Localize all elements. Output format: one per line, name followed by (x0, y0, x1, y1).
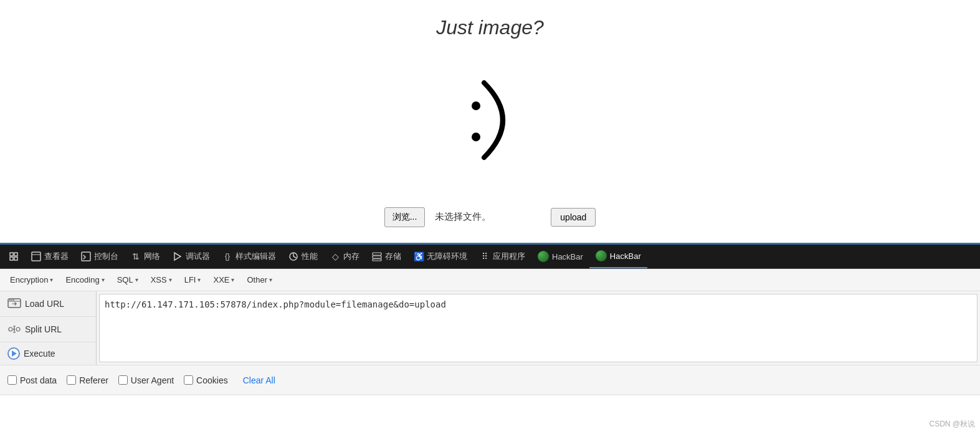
xxe-arrow: ▾ (231, 276, 234, 283)
file-upload-row: 浏览... 未选择文件。 upload (384, 207, 596, 227)
referer-label: Referer (79, 375, 108, 385)
execute-icon (7, 347, 20, 360)
encoding-menu[interactable]: Encoding ▾ (60, 273, 109, 286)
svg-point-18 (13, 299, 14, 301)
url-input[interactable] (100, 294, 977, 362)
devtools-application[interactable]: ⠿ 应用程序 (473, 245, 531, 268)
hackbar1-icon (538, 251, 549, 262)
svg-line-10 (293, 256, 296, 258)
style-editor-label: 样式编辑器 (235, 251, 276, 262)
devtools-inspector-icon[interactable] (2, 245, 25, 268)
devtools-memory[interactable]: ◇ 内存 (324, 245, 366, 268)
hackbar-bottom-row: Post data Referer User Agent Cookies Cle… (0, 365, 980, 395)
main-content: Just image? 浏览... 未选择文件。 upload (0, 0, 980, 243)
sql-arrow: ▾ (135, 276, 138, 283)
inspector-icon (9, 251, 19, 261)
svg-rect-0 (10, 253, 13, 256)
encryption-arrow: ▾ (50, 276, 53, 283)
devtools-performance[interactable]: 性能 (282, 245, 324, 268)
user-agent-label: User Agent (131, 375, 174, 385)
hackbar-url-row: Load URL Split URL Execute (0, 291, 980, 365)
watermark: CSDN @秋说 (929, 419, 975, 430)
network-label: 网络 (144, 251, 160, 262)
other-arrow: ▾ (269, 276, 272, 283)
load-url-icon (7, 298, 21, 310)
devtools-network[interactable]: ⇅ 网络 (125, 245, 166, 268)
hackbar1-label: HackBar (552, 252, 583, 261)
cookies-checkbox-label[interactable]: Cookies (184, 375, 228, 385)
svg-rect-12 (373, 256, 381, 258)
devtools-accessibility[interactable]: ♿ 无障碍环境 (407, 245, 473, 268)
lfi-menu[interactable]: LFI ▾ (179, 273, 206, 286)
svg-point-16 (9, 299, 11, 301)
split-url-button[interactable]: Split URL (0, 317, 96, 342)
split-url-icon (7, 323, 21, 336)
debugger-label: 调试器 (186, 251, 210, 262)
svg-rect-2 (10, 257, 13, 260)
encoding-arrow: ▾ (102, 276, 105, 283)
other-menu[interactable]: Other ▾ (242, 273, 277, 286)
svg-rect-11 (373, 253, 381, 255)
accessibility-label: 无障碍环境 (427, 251, 467, 262)
xss-arrow: ▾ (169, 276, 172, 283)
devtools-storage[interactable]: 存储 (366, 245, 407, 268)
clear-all-button[interactable]: Clear All (243, 375, 275, 385)
cookies-label: Cookies (196, 375, 228, 385)
url-input-container (99, 294, 978, 362)
execute-label: Execute (24, 349, 55, 359)
svg-rect-3 (14, 257, 17, 260)
svg-rect-6 (82, 252, 90, 261)
application-label: 应用程序 (493, 251, 525, 262)
svg-rect-13 (373, 259, 381, 261)
svg-point-19 (9, 327, 12, 331)
lfi-arrow: ▾ (197, 276, 201, 283)
hackbar2-icon (596, 250, 607, 261)
load-url-label: Load URL (25, 299, 64, 309)
cookies-checkbox[interactable] (184, 375, 193, 385)
storage-label: 存储 (385, 251, 401, 262)
referer-checkbox-label[interactable]: Referer (67, 375, 108, 385)
load-url-button[interactable]: Load URL (0, 291, 96, 317)
split-url-label: Split URL (25, 324, 62, 334)
viewer-label: 查看器 (44, 251, 69, 262)
svg-marker-7 (174, 253, 181, 260)
hackbar-panel: Encryption ▾ Encoding ▾ SQL ▾ XSS ▾ LFI … (0, 269, 980, 395)
user-agent-checkbox[interactable] (118, 375, 128, 385)
xss-menu[interactable]: XSS ▾ (146, 273, 177, 286)
hackbar2-label: HackBar (610, 251, 641, 261)
hackbar-side-buttons: Load URL Split URL Execute (0, 291, 97, 365)
performance-label: 性能 (302, 251, 318, 262)
console-label: 控制台 (94, 251, 118, 262)
upload-button[interactable]: upload (551, 208, 596, 227)
post-data-checkbox[interactable] (7, 375, 17, 385)
execute-button[interactable]: Execute (0, 342, 96, 365)
devtools-viewer[interactable]: 查看器 (25, 245, 75, 268)
post-data-checkbox-label[interactable]: Post data (7, 375, 57, 385)
svg-rect-1 (14, 253, 17, 256)
svg-rect-4 (32, 252, 40, 261)
devtools-debugger[interactable]: 调试器 (166, 245, 216, 268)
no-file-text: 未选择文件。 (435, 211, 491, 223)
referer-checkbox[interactable] (67, 375, 76, 385)
svg-point-17 (11, 299, 12, 301)
devtools-hackbar1[interactable]: HackBar (531, 245, 589, 268)
encryption-menu[interactable]: Encryption ▾ (5, 273, 58, 286)
memory-label: 内存 (343, 251, 359, 262)
devtools-console[interactable]: 控制台 (75, 245, 125, 268)
post-data-label: Post data (20, 375, 57, 385)
devtools-hackbar2[interactable]: HackBar (589, 245, 647, 268)
devtools-bar: 查看器 控制台 ⇅ 网络 调试器 {} 样式编辑器 (0, 243, 980, 269)
page-title: Just image? (436, 16, 544, 39)
svg-point-20 (16, 327, 20, 331)
user-agent-checkbox-label[interactable]: User Agent (118, 375, 174, 385)
sad-face-image (440, 70, 540, 170)
browse-button[interactable]: 浏览... (384, 207, 426, 227)
sql-menu[interactable]: SQL ▾ (112, 273, 143, 286)
hackbar-menubar: Encryption ▾ Encoding ▾ SQL ▾ XSS ▾ LFI … (0, 269, 980, 291)
devtools-style-editor[interactable]: {} 样式编辑器 (216, 245, 282, 268)
xxe-menu[interactable]: XXE ▾ (208, 273, 239, 286)
